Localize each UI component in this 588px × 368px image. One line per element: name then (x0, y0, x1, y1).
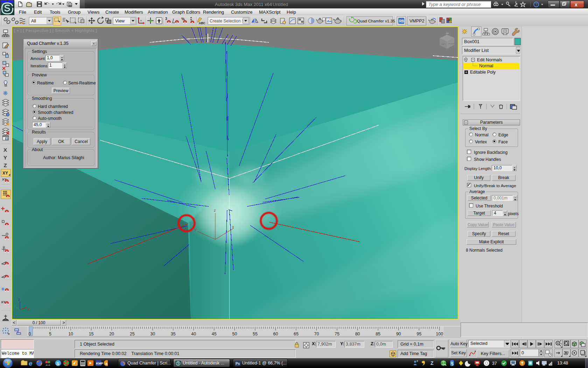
svg-text:S: S (56, 361, 59, 366)
svg-text:❋: ❋ (3, 90, 8, 97)
svg-text:60: 60 (273, 332, 278, 336)
svg-text:30: 30 (150, 332, 155, 336)
svg-text:65: 65 (294, 332, 299, 336)
svg-text:All: All (31, 19, 36, 23)
svg-text:3: 3 (165, 17, 167, 21)
svg-text:80: 80 (355, 332, 360, 336)
svg-text:Edit Normals: Edit Normals (477, 57, 502, 62)
svg-text:Normal: Normal (479, 63, 493, 68)
svg-text:10: 10 (68, 332, 73, 336)
svg-text:?: ? (535, 2, 537, 7)
svg-text:50: 50 (232, 332, 237, 336)
svg-text:85: 85 (376, 332, 380, 336)
svg-text:z: z (214, 208, 216, 212)
svg-text:5: 5 (49, 332, 51, 336)
svg-text:y: y (14, 304, 16, 307)
svg-text:x: x (28, 307, 29, 311)
svg-text:Z: Z (430, 360, 434, 366)
svg-text:45: 45 (212, 332, 217, 336)
svg-text:15: 15 (89, 332, 94, 336)
svg-text:55: 55 (253, 332, 258, 336)
svg-text:90: 90 (396, 332, 401, 336)
svg-text:40: 40 (191, 332, 196, 336)
svg-text:x: x (232, 225, 234, 229)
svg-text:20: 20 (109, 332, 114, 336)
svg-text:[ + ] [ Perspective ] [ Smooth: [ + ] [ Perspective ] [ Smooth + Highlig… (14, 28, 97, 33)
svg-text:0: 0 (522, 350, 524, 355)
svg-text:Y: Y (4, 155, 7, 161)
svg-text:XY: XY (2, 171, 8, 176)
svg-text:75: 75 (335, 332, 340, 336)
svg-text:RB: RB (399, 19, 404, 23)
svg-text:100: 100 (436, 332, 443, 336)
svg-text:Ps: Ps (236, 362, 240, 366)
svg-text:X: X (4, 147, 7, 153)
svg-text:35: 35 (171, 332, 176, 336)
svg-text:25: 25 (130, 332, 135, 336)
svg-text:95: 95 (416, 332, 421, 336)
svg-text:70: 70 (314, 332, 319, 336)
svg-text:KMP: KMP (96, 362, 103, 365)
svg-text:0: 0 (29, 332, 31, 336)
svg-text:z: z (18, 298, 20, 301)
svg-text:Quad Chamfer v1.35: Quad Chamfer v1.35 (357, 19, 395, 23)
svg-text:Create Selection Se: Create Selection Se (210, 19, 247, 23)
svg-text:View: View (115, 19, 125, 23)
svg-text:37: 37 (492, 361, 497, 366)
svg-text:❋: ❋ (1, 287, 5, 292)
svg-text:e: e (29, 360, 33, 367)
svg-text:VMPP2: VMPP2 (410, 19, 424, 23)
svg-text:ABC: ABC (199, 21, 205, 25)
svg-text:Editable Poly: Editable Poly (470, 70, 496, 75)
svg-text:LEFT: LEFT (442, 43, 446, 45)
svg-text:FRONT: FRONT (448, 43, 454, 45)
svg-text:a: a (105, 361, 108, 366)
svg-text:Z: Z (4, 162, 7, 168)
svg-text:y: y (195, 227, 197, 231)
